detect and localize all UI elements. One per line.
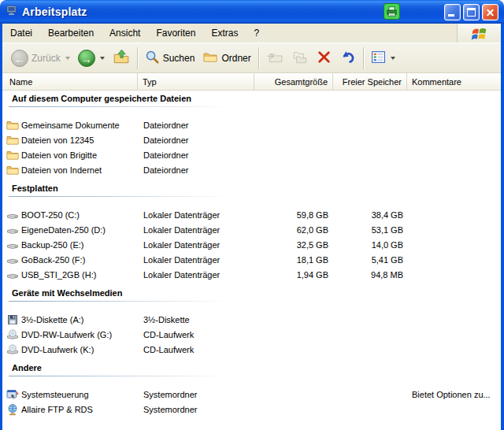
item-comment: Bietet Optionen zu...	[407, 390, 501, 399]
menu-favoriten[interactable]: Favoriten	[148, 24, 203, 42]
column-header-name[interactable]: Name	[2, 73, 138, 90]
views-button[interactable]	[367, 47, 399, 69]
item-size: 18,1 GB	[254, 255, 333, 265]
item-name: Dateien von Indernet	[21, 165, 102, 175]
group-title: Geräte mit Wechselmedien	[2, 288, 501, 298]
views-dropdown-icon	[391, 57, 395, 60]
list-item[interactable]: BOOT-250 (C:) Lokaler Datenträger 59,8 G…	[2, 207, 501, 222]
item-name: USB_STI_2GB (H:)	[21, 270, 96, 280]
group: Andere Systemsteuerung Systemordner Biet…	[2, 363, 501, 417]
group-items: Gemeinsame Dokumente Dateiordner Dateien…	[2, 107, 501, 177]
item-name: Dateien von Brigitte	[21, 150, 97, 160]
folder-icon	[6, 164, 19, 176]
group: Geräte mit Wechselmedien 3½-Diskette (A:…	[2, 288, 501, 357]
item-name: DVD-RW-Laufwerk (G:)	[21, 330, 112, 339]
item-name: Dateien von 12345	[21, 135, 94, 145]
item-type: CD-Laufwerk	[138, 330, 254, 339]
list-item[interactable]: 3½-Diskette (A:) 3½-Diskette	[2, 312, 501, 327]
item-free: 5,41 GB	[333, 255, 407, 265]
close-button[interactable]	[482, 4, 498, 20]
list-item[interactable]: Gemeinsame Dokumente Dateiordner	[2, 117, 501, 132]
floppy-icon	[6, 313, 19, 326]
menu-ansicht[interactable]: Ansicht	[102, 24, 148, 42]
delete-button[interactable]	[313, 47, 335, 69]
list-item[interactable]: Dateien von Brigitte Dateiordner	[2, 147, 501, 162]
file-list: Auf diesem Computer gespeicherte Dateien…	[2, 91, 501, 430]
minimize-icon	[448, 14, 454, 17]
group-items: BOOT-250 (C:) Lokaler Datenträger 59,8 G…	[2, 197, 501, 282]
list-item[interactable]: Dateien von 12345 Dateiordner	[2, 132, 501, 147]
list-item[interactable]: Backup-250 (E:) Lokaler Datenträger 32,5…	[2, 237, 501, 252]
window-title: Arbeitsplatz	[22, 6, 87, 18]
list-item[interactable]: Systemsteuerung Systemordner Bietet Opti…	[2, 387, 501, 402]
move-to-icon	[266, 48, 284, 68]
minimize-button[interactable]	[444, 4, 461, 20]
list-item[interactable]: GoBack-250 (F:) Lokaler Datenträger 18,1…	[2, 252, 501, 267]
item-name: EigeneDaten-250 (D:)	[21, 225, 106, 235]
title-bar[interactable]: Arbeitsplatz	[0, 0, 504, 24]
maximize-button[interactable]	[463, 4, 480, 20]
group-title: Auf diesem Computer gespeicherte Dateien	[2, 94, 501, 104]
column-header-type[interactable]: Typ	[138, 73, 254, 90]
folders-button[interactable]: Ordner	[198, 46, 254, 69]
list-item[interactable]: DVD-RW-Laufwerk (G:) CD-Laufwerk	[2, 327, 501, 342]
menu-extras[interactable]: Extras	[203, 24, 246, 42]
forward-button[interactable]: →	[74, 47, 109, 69]
group-title: Andere	[2, 363, 501, 373]
item-name: GoBack-250 (F:)	[21, 255, 85, 265]
item-size: 59,8 GB	[254, 210, 333, 220]
item-type: Lokaler Datenträger	[138, 240, 254, 250]
item-type: Systemordner	[138, 390, 254, 399]
undo-icon	[339, 49, 356, 68]
list-item[interactable]: USB_STI_2GB (H:) Lokaler Datenträger 1,9…	[2, 267, 501, 282]
search-icon	[145, 50, 160, 67]
menu-bearbeiten[interactable]: Bearbeiten	[40, 24, 102, 42]
drive-icon	[6, 254, 19, 266]
list-item[interactable]: EigeneDaten-250 (D:) Lokaler Datenträger…	[2, 222, 501, 237]
folders-label: Ordner	[221, 53, 250, 64]
item-type: Dateiordner	[138, 120, 254, 130]
item-size: 32,5 GB	[254, 240, 333, 250]
item-type: 3½-Diskette	[138, 315, 254, 324]
folders-icon	[202, 49, 218, 67]
back-label: Zurück	[32, 53, 61, 64]
menu-datei[interactable]: Datei	[2, 24, 40, 42]
column-header-total-size[interactable]: Gesamtgröße	[254, 73, 333, 90]
window-frame: Datei Bearbeiten Ansicht Favoriten Extra…	[0, 24, 504, 430]
undo-button[interactable]	[335, 46, 360, 70]
column-header-comments[interactable]: Kommentare	[407, 73, 501, 90]
list-item[interactable]: Allaire FTP & RDS Systemordner	[2, 402, 501, 417]
move-to-button[interactable]	[262, 46, 287, 70]
group-items: Systemsteuerung Systemordner Bietet Opti…	[2, 376, 501, 417]
item-name: 3½-Diskette (A:)	[21, 315, 83, 324]
menu-hilfe[interactable]: ?	[246, 24, 267, 42]
toolbar-separator	[258, 47, 259, 69]
up-button[interactable]	[109, 46, 134, 70]
group: Festplatten BOOT-250 (C:) Lokaler Datent…	[2, 183, 501, 282]
forward-icon: →	[78, 50, 95, 67]
list-item[interactable]: Dateien von Indernet Dateiordner	[2, 162, 501, 177]
item-size: 62,0 GB	[254, 225, 333, 235]
cd-icon	[6, 328, 19, 341]
list-item[interactable]: DVD-Laufwerk (K:) CD-Laufwerk	[2, 342, 501, 357]
search-button[interactable]: Suchen	[141, 47, 199, 69]
item-free: 38,4 GB	[333, 210, 407, 220]
item-type: CD-Laufwerk	[138, 345, 254, 354]
item-type: Lokaler Datenträger	[138, 210, 254, 220]
item-type: Lokaler Datenträger	[138, 225, 254, 235]
back-icon: ←	[11, 50, 28, 67]
item-type: Dateiordner	[138, 150, 254, 160]
toolbar-separator	[363, 47, 364, 69]
delete-icon	[317, 50, 332, 67]
cd-icon	[6, 343, 19, 356]
forward-dropdown-icon	[100, 57, 105, 60]
item-type: Dateiordner	[138, 165, 254, 175]
maximize-icon	[467, 8, 476, 17]
item-name: DVD-Laufwerk (K:)	[21, 345, 94, 354]
column-header-free-space[interactable]: Freier Speicher	[333, 73, 407, 90]
printer-badge-icon	[384, 3, 400, 20]
back-button[interactable]: ← Zurück	[7, 47, 74, 69]
toolbar: ← Zurück → Suchen	[2, 43, 501, 73]
group-title: Festplatten	[2, 183, 501, 194]
copy-to-button[interactable]	[287, 46, 313, 70]
